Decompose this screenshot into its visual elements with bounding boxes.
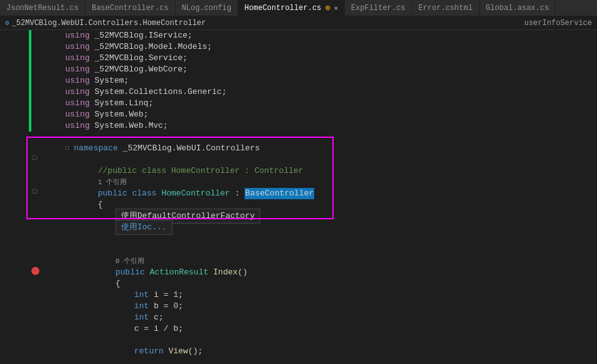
fold-gutter: [20, 30, 29, 364]
code-line: //public class HomeController : Controll…: [65, 165, 591, 177]
code-line: using System.Web.Mvc;: [65, 120, 591, 132]
tab-bar: JsonNetResult.cs BaseController.cs NLog.…: [0, 0, 597, 16]
fold-namespace-icon[interactable]: □: [33, 154, 37, 162]
code-line: using _52MVCBlog.Model.Models;: [65, 41, 591, 53]
code-line: using System.Linq;: [65, 98, 591, 109]
code-line: {: [65, 278, 591, 289]
code-line: int b = 0;: [65, 301, 591, 312]
tab-label: ExpFilter.cs: [351, 4, 405, 13]
code-line: c = i / b;: [65, 323, 591, 335]
scrollbar[interactable]: [591, 30, 597, 364]
code-line: [65, 154, 591, 165]
indicators-col: □ □ □: [29, 30, 43, 364]
code-line: □ namespace _52MVCBlog.WebUI.Controllers: [65, 143, 591, 154]
line-numbers: [43, 30, 63, 364]
tab-label: BaseController.cs: [92, 4, 168, 13]
code-line: 使用Ioc...: [65, 222, 591, 233]
code-line: int i = 1;: [65, 289, 591, 301]
code-line: using _52MVCBlog.WebCore;: [65, 64, 591, 75]
left-margin: [0, 30, 20, 364]
breadcrumb-bar: ⚙ _52MVCBlog.WebUI.Controllers.HomeContr…: [0, 16, 597, 30]
code-line: int c;: [65, 312, 591, 323]
change-indicator-green: [29, 30, 31, 132]
code-line: [65, 357, 591, 364]
tab-label: HomeController.cs: [245, 4, 321, 13]
tab-expfilter[interactable]: ExpFilter.cs: [345, 0, 412, 16]
code-line: using System;: [65, 75, 591, 86]
code-line: public class HomeController : BaseContro…: [65, 188, 591, 199]
fold-class-icon[interactable]: □: [33, 188, 37, 195]
code-line: public ActionResult Index(): [65, 267, 591, 278]
breadcrumb-icon: ⚙: [5, 19, 9, 27]
tab-jsonnetresult[interactable]: JsonNetResult.cs: [0, 0, 85, 16]
code-line: [65, 132, 591, 143]
code-container[interactable]: □ □ □ using _52MVCBlog.IService; using _…: [20, 30, 591, 364]
code-line: 1 个引用: [65, 177, 591, 188]
code-text[interactable]: using _52MVCBlog.IService; using _52MVCB…: [63, 30, 591, 364]
tab-label: JsonNetResult.cs: [6, 4, 78, 13]
editor-area: □ □ □ using _52MVCBlog.IService; using _…: [0, 30, 597, 364]
selected-text: BaseController: [245, 188, 314, 199]
tab-global[interactable]: Global.asax.cs: [480, 0, 556, 16]
code-line: [65, 335, 591, 346]
code-line: [65, 233, 591, 244]
code-line: return View();: [65, 346, 591, 357]
modified-indicator: ⊕: [325, 3, 330, 13]
code-line: using _52MVCBlog.Service;: [65, 53, 591, 64]
tab-label: Error.cshtml: [418, 4, 472, 13]
tab-basecontroller[interactable]: BaseController.cs: [85, 0, 175, 16]
breadcrumb: _52MVCBlog.WebUI.Controllers.HomeControl…: [12, 19, 206, 28]
service-label: userInfoService: [524, 19, 592, 28]
tab-close-button[interactable]: ✕: [334, 4, 338, 12]
tab-label: Global.asax.cs: [486, 4, 549, 13]
code-body: □ □ □ using _52MVCBlog.IService; using _…: [29, 30, 591, 364]
fold-method-icon[interactable]: □: [33, 267, 37, 274]
code-line: using _52MVCBlog.IService;: [65, 30, 591, 41]
code-line: 0 个引用: [65, 256, 591, 267]
tab-homecontroller[interactable]: HomeController.cs ⊕ ✕: [238, 0, 345, 16]
code-line: using System.Collections.Generic;: [65, 86, 591, 98]
code-line: [65, 244, 591, 256]
code-line: using System.Web;: [65, 109, 591, 120]
tab-label: NLog.config: [182, 4, 231, 13]
tab-error[interactable]: Error.cshtml: [412, 0, 479, 16]
tab-nlog[interactable]: NLog.config: [176, 0, 238, 16]
